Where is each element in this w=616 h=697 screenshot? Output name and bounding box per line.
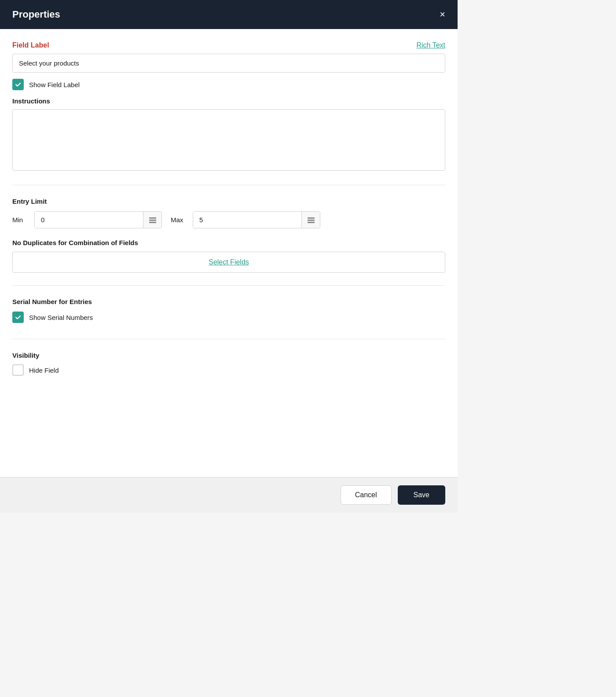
field-label-input[interactable] xyxy=(12,54,445,73)
svg-rect-5 xyxy=(308,222,315,223)
dialog-header: Properties × xyxy=(0,0,458,29)
show-field-label-row: Show Field Label xyxy=(12,79,445,90)
no-duplicates-section: No Duplicates for Combination of Fields … xyxy=(12,239,445,273)
field-label-section: Field Label Rich Text Show Field Label I… xyxy=(12,41,445,185)
show-serial-checkbox[interactable] xyxy=(12,312,24,323)
svg-rect-0 xyxy=(149,217,156,219)
svg-rect-3 xyxy=(308,217,315,219)
min-input-wrapper xyxy=(34,211,162,228)
cancel-button[interactable]: Cancel xyxy=(341,485,392,505)
hide-field-row: Hide Field xyxy=(12,364,445,376)
serial-checkmark-icon xyxy=(15,314,22,321)
field-label-heading: Field Label xyxy=(12,41,49,49)
max-input-wrapper xyxy=(193,211,320,228)
show-serial-row: Show Serial Numbers xyxy=(12,312,445,323)
max-label: Max xyxy=(171,216,184,224)
entry-limit-title: Entry Limit xyxy=(12,198,445,205)
instructions-textarea[interactable] xyxy=(12,109,445,171)
close-icon[interactable]: × xyxy=(440,10,445,19)
instructions-heading: Instructions xyxy=(12,97,445,105)
serial-number-title: Serial Number for Entries xyxy=(12,298,445,305)
save-button[interactable]: Save xyxy=(398,485,445,505)
min-label: Min xyxy=(12,216,26,224)
max-input[interactable] xyxy=(193,212,301,228)
show-field-label-checkbox[interactable] xyxy=(12,79,24,90)
dialog-content: Field Label Rich Text Show Field Label I… xyxy=(0,29,458,477)
field-label-row: Field Label Rich Text xyxy=(12,41,445,49)
svg-rect-4 xyxy=(308,220,315,221)
min-input[interactable] xyxy=(35,212,143,228)
svg-rect-1 xyxy=(149,220,156,221)
visibility-title: Visibility xyxy=(12,352,445,359)
hide-field-label: Hide Field xyxy=(29,367,59,374)
dialog-title: Properties xyxy=(12,9,60,20)
hide-field-checkbox[interactable] xyxy=(12,364,24,376)
svg-rect-2 xyxy=(149,222,156,223)
instructions-section: Instructions xyxy=(12,97,445,172)
dialog-footer: Cancel Save xyxy=(0,477,458,513)
show-field-label-text: Show Field Label xyxy=(29,81,80,88)
entry-limit-section: Entry Limit Min Max xyxy=(12,198,445,286)
serial-number-section: Serial Number for Entries Show Serial Nu… xyxy=(12,298,445,339)
min-stepper-icon[interactable] xyxy=(143,212,161,228)
rich-text-link[interactable]: Rich Text xyxy=(416,41,445,49)
select-fields-button[interactable]: Select Fields xyxy=(12,252,445,273)
entry-limit-row: Min Max xyxy=(12,211,445,228)
checkmark-icon xyxy=(15,81,22,88)
max-stepper-icon[interactable] xyxy=(301,212,320,228)
no-duplicates-title: No Duplicates for Combination of Fields xyxy=(12,239,445,246)
show-serial-label: Show Serial Numbers xyxy=(29,314,93,321)
visibility-section: Visibility Hide Field xyxy=(12,352,445,392)
